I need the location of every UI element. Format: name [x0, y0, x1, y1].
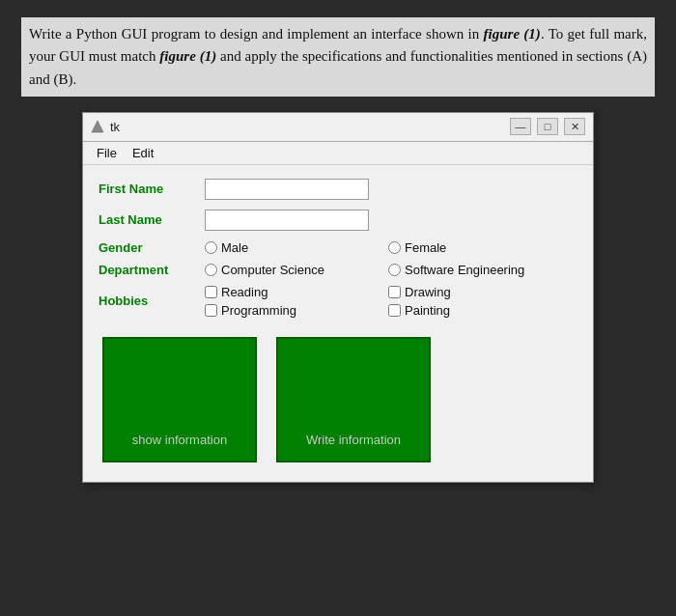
last-name-label: Last Name [99, 212, 205, 227]
title-bar-controls: — □ ✕ [510, 118, 585, 135]
first-name-input[interactable] [205, 179, 369, 200]
gender-row: Gender Male Female [99, 240, 577, 255]
gender-options: Male Female [205, 240, 577, 255]
hobby-painting-option[interactable]: Painting [388, 303, 572, 318]
description-text: Write a Python GUI program to design and… [21, 17, 655, 97]
hobby-drawing-option[interactable]: Drawing [388, 285, 572, 299]
dept-se-label: Software Engineering [405, 263, 524, 277]
hobby-programming-check[interactable] [205, 304, 217, 317]
gender-female-label: Female [405, 240, 446, 255]
gender-male-radio[interactable] [205, 241, 217, 254]
window-icon [91, 120, 104, 133]
dept-se-radio[interactable] [388, 264, 401, 276]
desc-part1: Write a Python GUI program to design and… [29, 26, 484, 42]
hobbies-options: Reading Drawing Programming Painting [205, 285, 572, 318]
maximize-button[interactable]: □ [537, 118, 558, 135]
desc-figure1a: figure (1) [484, 26, 541, 42]
buttons-row: show information Write information [99, 337, 577, 462]
dept-cs-label: Computer Science [221, 263, 324, 277]
show-information-button[interactable]: show information [102, 337, 257, 462]
menu-file[interactable]: File [89, 144, 125, 162]
first-name-label: First Name [99, 182, 205, 196]
window-title: tk [110, 120, 120, 134]
hobby-reading-check[interactable] [205, 286, 217, 298]
hobby-painting-check[interactable] [388, 304, 401, 317]
gender-male-label: Male [221, 240, 248, 255]
write-information-button[interactable]: Write information [276, 337, 431, 462]
svg-marker-0 [92, 121, 103, 132]
department-label: Department [99, 263, 205, 277]
gender-label: Gender [99, 240, 205, 255]
hobby-drawing-check[interactable] [388, 286, 401, 298]
hobby-painting-label: Painting [405, 303, 450, 318]
menu-edit[interactable]: Edit [125, 144, 161, 162]
last-name-row: Last Name [99, 210, 577, 231]
hobby-reading-option[interactable]: Reading [205, 285, 388, 299]
title-bar-left: tk [91, 120, 120, 134]
tk-window: tk — □ ✕ File Edit First Name Last Name … [82, 112, 594, 483]
hobbies-row: Hobbies Reading Drawing Programming [99, 285, 577, 318]
hobby-reading-label: Reading [221, 285, 268, 299]
hobby-drawing-label: Drawing [405, 285, 451, 299]
first-name-row: First Name [99, 179, 577, 200]
hobby-programming-option[interactable]: Programming [205, 303, 388, 318]
dept-se-option[interactable]: Software Engineering [388, 263, 572, 277]
desc-figure1b: figure (1) [159, 48, 216, 64]
gender-male-option[interactable]: Male [205, 240, 388, 255]
gender-female-option[interactable]: Female [388, 240, 572, 255]
dept-cs-option[interactable]: Computer Science [205, 263, 388, 277]
hobby-programming-label: Programming [221, 303, 296, 318]
department-options: Computer Science Software Engineering [205, 263, 577, 277]
department-row: Department Computer Science Software Eng… [99, 263, 577, 277]
close-button[interactable]: ✕ [564, 118, 585, 135]
last-name-input[interactable] [205, 210, 369, 231]
hobbies-row1: Reading Drawing [205, 285, 572, 299]
menu-bar: File Edit [83, 142, 593, 165]
form-content: First Name Last Name Gender Male Female [83, 165, 593, 482]
title-bar: tk — □ ✕ [83, 113, 593, 142]
gender-female-radio[interactable] [388, 241, 401, 254]
hobbies-row2: Programming Painting [205, 303, 572, 318]
hobbies-label: Hobbies [99, 294, 205, 308]
minimize-button[interactable]: — [510, 118, 531, 135]
dept-cs-radio[interactable] [205, 264, 217, 276]
